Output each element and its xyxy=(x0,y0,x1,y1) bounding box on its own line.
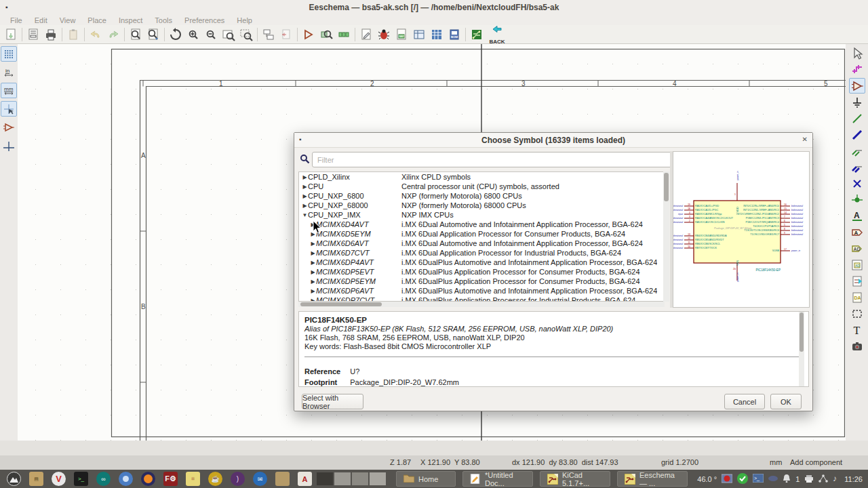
select-with-browser-button[interactable]: Select with Browser xyxy=(302,394,363,409)
thunderbird-icon[interactable]: ✉ xyxy=(253,472,267,486)
collapsed-arrow-icon[interactable]: ▶ xyxy=(310,269,316,275)
cancel-button[interactable]: Cancel xyxy=(724,394,765,409)
tor-icon[interactable]: ) xyxy=(231,472,245,486)
menu-tools[interactable]: Tools xyxy=(149,16,178,24)
window-thumbnail[interactable] xyxy=(370,472,386,485)
zoom-selection-icon[interactable] xyxy=(237,26,255,43)
bus-entry-icon[interactable] xyxy=(849,159,865,175)
net-label-icon[interactable]: A xyxy=(849,208,865,224)
hierarchy-navigator-icon[interactable] xyxy=(260,26,277,43)
paste-icon[interactable] xyxy=(64,26,82,43)
sheet-pin-icon[interactable]: DA xyxy=(849,289,865,305)
tree-item-symbol[interactable]: ▶MCIMX6DP7CVTi.MX 6DualPlus Application … xyxy=(299,296,664,302)
place-symbol-icon[interactable] xyxy=(849,78,865,94)
files-icon[interactable]: ▤ xyxy=(29,472,43,486)
tree-item-library[interactable]: ▶CPU_NXP_6800NXP (formerly Motorola) 680… xyxy=(299,191,664,201)
find-replace-icon[interactable] xyxy=(144,26,162,43)
collapsed-arrow-icon[interactable]: ▶ xyxy=(302,174,308,180)
indicator-blob-icon[interactable] xyxy=(768,475,778,483)
chromium-icon[interactable] xyxy=(119,472,133,486)
netlist-icon[interactable]: NET xyxy=(393,26,410,43)
collapsed-arrow-icon[interactable]: ▶ xyxy=(310,288,316,294)
terminal-icon[interactable]: >_ xyxy=(74,472,88,486)
tree-vertical-scrollbar[interactable] xyxy=(663,171,669,302)
junction-icon[interactable] xyxy=(849,192,865,207)
menu-view[interactable]: View xyxy=(54,16,82,24)
status-ok-icon[interactable] xyxy=(737,473,748,485)
place-text-icon[interactable]: T xyxy=(849,322,865,338)
tree-item-library[interactable]: ▼CPU_NXP_IMXNXP IMX CPUs xyxy=(299,210,664,220)
zoom-in-icon[interactable] xyxy=(184,26,202,43)
tree-item-symbol[interactable]: ▶MCIMX6D4AVTi.MX 6Dual Automotive and In… xyxy=(299,220,664,229)
draw-box-icon[interactable] xyxy=(849,306,865,321)
launcher-icon[interactable] xyxy=(7,472,21,486)
no-connect-icon[interactable] xyxy=(849,176,865,191)
save-icon[interactable] xyxy=(2,26,20,43)
units-mm-icon[interactable]: mm xyxy=(1,83,17,98)
window-thumbnail[interactable] xyxy=(317,472,333,485)
erc-bug-icon[interactable] xyxy=(375,26,393,43)
global-label-icon[interactable]: A xyxy=(849,224,865,240)
collapsed-arrow-icon[interactable]: ▶ xyxy=(310,241,316,247)
collapsed-arrow-icon[interactable]: ▶ xyxy=(302,193,308,199)
place-image-icon[interactable] xyxy=(849,338,865,354)
footprint-browser-icon[interactable] xyxy=(317,26,335,43)
menu-edit[interactable]: Edit xyxy=(28,16,54,24)
vivaldi-icon[interactable]: V xyxy=(52,472,66,486)
terminal-tray-icon[interactable]: >_ xyxy=(753,474,764,484)
notification-bell-icon[interactable] xyxy=(783,474,791,484)
pcbnew-icon[interactable] xyxy=(468,26,486,43)
menu-place[interactable]: Place xyxy=(81,16,113,24)
tree-item-symbol[interactable]: ▶MCIMX6DP6AVTi.MX 6DualPlus Automotive a… xyxy=(299,286,664,296)
annotate-icon[interactable] xyxy=(357,26,375,43)
zoom-out-icon[interactable] xyxy=(202,26,220,43)
simulator-icon[interactable] xyxy=(300,26,317,43)
page-settings-icon[interactable] xyxy=(24,26,42,43)
collapsed-arrow-icon[interactable]: ▶ xyxy=(310,250,316,256)
redraw-icon[interactable] xyxy=(167,26,184,43)
print-icon[interactable] xyxy=(42,26,60,43)
taskbar-window--untitled-doc-[interactable]: *Untitled Doc... xyxy=(462,471,533,487)
tree-horizontal-scrollbar[interactable] xyxy=(298,302,665,307)
arduino-icon[interactable]: ∞ xyxy=(96,472,111,486)
details-vertical-scrollbar[interactable] xyxy=(799,312,804,386)
expanded-arrow-icon[interactable]: ▼ xyxy=(302,212,308,218)
place-wire-icon[interactable] xyxy=(849,110,865,126)
collapsed-arrow-icon[interactable]: ▶ xyxy=(302,184,308,190)
cursor-shape-icon[interactable] xyxy=(1,101,17,117)
menu-inspect[interactable]: Inspect xyxy=(113,16,149,24)
menu-file[interactable]: File xyxy=(4,16,28,24)
window-thumbnail[interactable] xyxy=(334,472,351,485)
tree-item-symbol[interactable]: ▶MCIMX6D5EYMi.MX 6Dual Application Proce… xyxy=(299,229,664,239)
symbol-tree[interactable]: ▶CPLD_XilinxXilinx CPLD symbols▶CPUCentr… xyxy=(298,171,665,302)
place-bus-icon[interactable] xyxy=(849,127,865,142)
hier-sheet-icon[interactable]: AD xyxy=(849,257,865,272)
kicad-app-icon[interactable]: ⌗ xyxy=(186,472,200,486)
folder-icon[interactable] xyxy=(275,472,290,486)
back-button[interactable]: BACK xyxy=(486,24,509,45)
place-power-icon[interactable] xyxy=(849,94,865,110)
taskbar-window-kicad-5-1-7-[interactable]: KiCad 5.1.7+... xyxy=(540,471,610,487)
tree-item-symbol[interactable]: ▶MCIMX6DP5EYMi.MX 6DualPlus Application … xyxy=(299,277,664,286)
taskbar-window-home[interactable]: Home xyxy=(396,471,456,487)
symbol-libs-icon[interactable] xyxy=(335,26,353,43)
highlight-net-icon[interactable] xyxy=(849,62,865,77)
tree-item-library[interactable]: ▶CPU_NXP_68000NXP (formerly Motorola) 68… xyxy=(299,201,664,210)
units-inch-icon[interactable]: in xyxy=(1,64,17,80)
wire-entry-icon[interactable] xyxy=(849,143,865,159)
dialog-titlebar[interactable]: ▪ Choose Symbol (16339 items loaded) ✕ xyxy=(294,133,812,148)
select-cursor-icon[interactable] xyxy=(849,45,865,61)
settings-app-icon[interactable]: F⚙ xyxy=(163,472,178,486)
ok-button[interactable]: OK xyxy=(770,394,802,409)
close-icon[interactable]: ✕ xyxy=(802,136,808,143)
bom-icon[interactable]: BOM xyxy=(446,26,463,43)
zoom-fit-icon[interactable] xyxy=(220,26,237,43)
filter-input[interactable] xyxy=(312,152,673,167)
collapsed-arrow-icon[interactable]: ▶ xyxy=(302,203,308,209)
network-icon[interactable] xyxy=(818,474,828,484)
firefox-icon[interactable] xyxy=(141,472,155,486)
music-note-icon[interactable]: ♪ xyxy=(833,474,840,484)
import-sheet-pin-icon[interactable] xyxy=(849,273,865,289)
leave-sheet-icon[interactable] xyxy=(277,26,295,43)
symbol-table-icon[interactable] xyxy=(428,26,446,43)
